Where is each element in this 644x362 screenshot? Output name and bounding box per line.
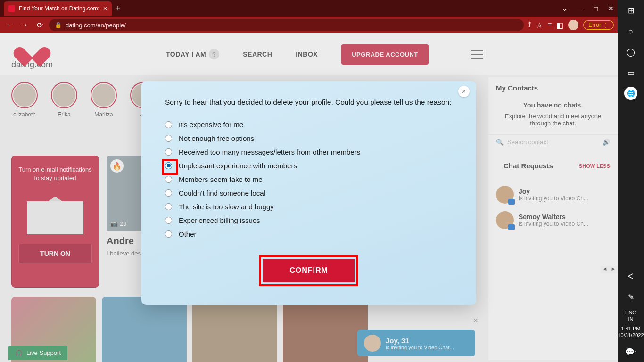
reason-option[interactable]: Couldn't find someone local xyxy=(165,189,453,197)
radio-icon xyxy=(165,217,172,224)
system-clock[interactable]: 1:41 PM10/31/2022 xyxy=(618,325,644,338)
extensions-icon[interactable]: ◧ xyxy=(556,21,563,30)
radio-icon xyxy=(165,162,172,169)
radio-icon xyxy=(165,121,172,128)
address-bar: ← → ⟳ 🔒 dating.com/en/people/ ⤴ ☆ ≡ ◧ Er… xyxy=(0,17,618,33)
url-text: dating.com/en/people/ xyxy=(66,22,126,29)
horizontal-scrollbar[interactable]: ◄► xyxy=(601,266,618,273)
modal-question: Sorry to hear that you decided to delete… xyxy=(165,98,453,107)
error-button[interactable]: Error⋮ xyxy=(583,20,614,30)
share-icon[interactable]: ⤴ xyxy=(528,21,531,29)
confirm-button[interactable]: CONFIRM xyxy=(263,259,355,282)
pen-icon[interactable]: ✎ xyxy=(623,289,638,304)
reason-option[interactable]: Members seem fake to me xyxy=(165,175,453,183)
language-indicator[interactable]: ENGIN xyxy=(625,309,636,322)
close-tab-icon[interactable]: × xyxy=(103,5,107,12)
windows-taskbar: ⊞ ⌕ ◯ ▭ 🌐 ᐸ ✎ ENGIN 1:41 PM10/31/2022 💬5 xyxy=(618,0,644,362)
radio-icon xyxy=(165,148,172,156)
chevron-up-icon[interactable]: ᐸ xyxy=(623,269,638,284)
browser-tab[interactable]: Find Your Match on Dating.com: × xyxy=(4,1,112,16)
radio-icon xyxy=(165,135,172,142)
reload-icon[interactable]: ⟳ xyxy=(34,19,45,31)
task-view-icon[interactable]: ▭ xyxy=(623,65,638,80)
profile-avatar[interactable] xyxy=(568,20,578,30)
back-icon[interactable]: ← xyxy=(4,19,15,31)
delete-profile-modal: × Sorry to hear that you decided to dele… xyxy=(141,81,476,305)
browser-tab-bar: Find Your Match on Dating.com: × + ⌄ — ◻… xyxy=(0,0,618,17)
chrome-app-icon[interactable]: 🌐 xyxy=(623,86,638,101)
reason-option[interactable]: Not enough free options xyxy=(165,134,453,142)
minimize-icon[interactable]: — xyxy=(577,5,584,12)
tab-title: Find Your Match on Dating.com: xyxy=(19,5,99,12)
reason-option[interactable]: Experienced billing issues xyxy=(165,216,453,224)
notifications-icon[interactable]: 💬5 xyxy=(623,344,638,359)
close-modal-button[interactable]: × xyxy=(458,86,470,97)
reason-option-selected[interactable]: Unpleasant experience with members xyxy=(165,162,453,170)
lock-icon: 🔒 xyxy=(55,22,62,28)
windows-start-icon[interactable]: ⊞ xyxy=(623,3,638,18)
reason-option[interactable]: The site is too slow and buggy xyxy=(165,203,453,211)
reason-option[interactable]: Other xyxy=(165,230,453,238)
url-field[interactable]: 🔒 dating.com/en/people/ xyxy=(49,19,524,31)
reason-option[interactable]: It's expensive for me xyxy=(165,121,453,129)
radio-icon xyxy=(165,189,172,197)
forward-icon[interactable]: → xyxy=(19,19,30,31)
tab-favicon xyxy=(8,5,15,12)
search-icon[interactable]: ⌕ xyxy=(623,24,638,39)
reason-option[interactable]: Received too many messages/letters from … xyxy=(165,148,453,156)
new-tab-button[interactable]: + xyxy=(116,4,121,14)
chevron-down-icon[interactable]: ⌄ xyxy=(562,5,568,12)
reading-list-icon[interactable]: ≡ xyxy=(547,21,552,29)
radio-icon xyxy=(165,176,172,183)
radio-icon xyxy=(165,203,172,210)
close-window-icon[interactable]: ✕ xyxy=(608,5,614,12)
maximize-icon[interactable]: ◻ xyxy=(593,5,599,12)
modal-backdrop: × Sorry to hear that you decided to dele… xyxy=(0,33,618,362)
confirm-button-highlight: CONFIRM xyxy=(259,255,358,286)
cortana-icon[interactable]: ◯ xyxy=(623,44,638,59)
bookmark-icon[interactable]: ☆ xyxy=(536,21,543,30)
reason-options: It's expensive for me Not enough free op… xyxy=(165,121,453,238)
radio-icon xyxy=(165,230,172,238)
